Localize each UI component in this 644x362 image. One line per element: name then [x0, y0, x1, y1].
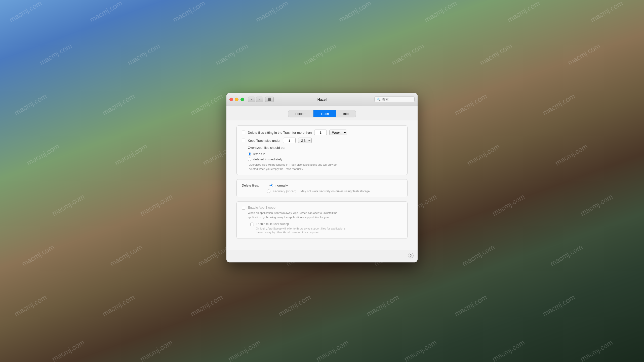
oversized-label: Oversized files should be:: [248, 146, 285, 150]
minimize-button[interactable]: [235, 98, 238, 101]
multi-user-desc: On login, App Sweep will offer to throw …: [256, 227, 402, 235]
nav-buttons: ‹ ›: [248, 97, 274, 102]
delete-files-row: Delete files: normally: [242, 184, 402, 187]
delete-files-label: Delete files:: [242, 184, 267, 187]
oversized-section: Oversized files should be: left as is de…: [248, 146, 402, 171]
close-button[interactable]: [229, 98, 233, 101]
forward-button[interactable]: ›: [256, 97, 263, 102]
app-sweep-checkbox[interactable]: [242, 206, 245, 210]
delete-old-files-row: Delete files sitting in the Trash for mo…: [242, 130, 402, 135]
help-bar: ?: [226, 250, 418, 262]
app-sweep-section: Enable App Sweep When an application is …: [236, 201, 408, 239]
grid-dot: [269, 98, 270, 99]
grid-icon: [268, 98, 271, 101]
titlebar: ‹ › Hazel 🔍: [226, 93, 418, 106]
keep-size-input[interactable]: [283, 138, 296, 143]
left-as-is-label: left as is: [253, 152, 265, 156]
tab-info[interactable]: Info: [336, 110, 356, 117]
deleted-immediately-radio[interactable]: [248, 157, 251, 161]
grid-dot: [269, 100, 270, 101]
left-as-is-row: left as is: [248, 152, 402, 156]
keep-size-checkbox[interactable]: [242, 139, 245, 142]
trash-settings-section: Delete files sitting in the Trash for mo…: [236, 125, 408, 175]
traffic-lights: [229, 98, 244, 101]
search-icon: 🔍: [377, 98, 381, 101]
securely-label: securely (shred): [273, 189, 296, 193]
tab-folders[interactable]: Folders: [288, 110, 313, 117]
multi-user-content: Enable multi-user sweep On login, App Sw…: [256, 222, 402, 235]
keep-size-label: Keep Trash size under: [248, 139, 280, 142]
maximize-button[interactable]: [240, 98, 244, 101]
app-sweep-content: Enable App Sweep When an application is …: [248, 206, 402, 235]
oversized-radio-group: left as is deleted immediately: [248, 152, 402, 161]
grid-dot: [270, 99, 271, 100]
delete-old-files-label: Delete files sitting in the Trash for mo…: [248, 130, 312, 134]
tab-group: Folders Trash Info: [288, 110, 356, 117]
search-input[interactable]: [382, 98, 412, 101]
left-as-is-radio[interactable]: [248, 152, 251, 156]
tab-bar: Folders Trash Info: [226, 106, 418, 120]
grid-dot: [269, 99, 270, 100]
hazel-window: ‹ › Hazel 🔍: [226, 93, 418, 262]
grid-dot: [270, 100, 271, 101]
keep-size-unit-select[interactable]: MB GB: [298, 138, 312, 143]
back-button[interactable]: ‹: [248, 97, 255, 102]
tab-trash[interactable]: Trash: [313, 110, 336, 117]
delete-old-files-checkbox[interactable]: [242, 131, 245, 134]
grid-dot: [270, 98, 271, 99]
securely-row: securely (shred) May not work securely o…: [267, 189, 402, 193]
app-sweep-desc: When an application is thrown away, App …: [248, 211, 402, 219]
search-box: 🔍: [374, 97, 415, 102]
delete-files-inner: Delete files: normally securely (shred) …: [242, 184, 402, 193]
delete-days-input[interactable]: [314, 130, 327, 135]
multi-user-checkbox[interactable]: [250, 223, 254, 226]
app-sweep-row: Enable App Sweep When an application is …: [242, 206, 402, 235]
delete-files-container: Delete files: normally securely (shred) …: [242, 184, 402, 193]
grid-dot: [268, 99, 269, 100]
grid-dot: [268, 98, 269, 99]
multi-user-title: Enable multi-user sweep: [256, 222, 402, 226]
flash-note: May not work securely on drives using fl…: [300, 189, 371, 193]
deleted-immediately-label: deleted immediately: [253, 157, 283, 161]
multi-user-sweep-option: Enable multi-user sweep On login, App Sw…: [250, 222, 402, 235]
window-title: Hazel: [317, 97, 327, 101]
app-sweep-title: Enable App Sweep: [248, 206, 402, 209]
securely-radio[interactable]: [267, 189, 270, 193]
normally-label: normally: [275, 184, 288, 187]
oversized-note: Oversized files will be ignored in Trash…: [249, 163, 402, 171]
keep-size-row: Keep Trash size under MB GB: [242, 138, 402, 143]
help-button[interactable]: ?: [408, 253, 414, 258]
normally-radio[interactable]: [269, 184, 273, 187]
delete-unit-select[interactable]: Day Week Month: [329, 130, 347, 135]
content-area: Delete files sitting in the Trash for mo…: [226, 120, 418, 250]
delete-files-section: Delete files: normally securely (shred) …: [236, 179, 408, 197]
grid-view-button[interactable]: [265, 97, 274, 102]
grid-dot: [268, 100, 269, 101]
oversized-label-row: Oversized files should be:: [248, 146, 402, 150]
deleted-immediately-row: deleted immediately: [248, 157, 402, 161]
